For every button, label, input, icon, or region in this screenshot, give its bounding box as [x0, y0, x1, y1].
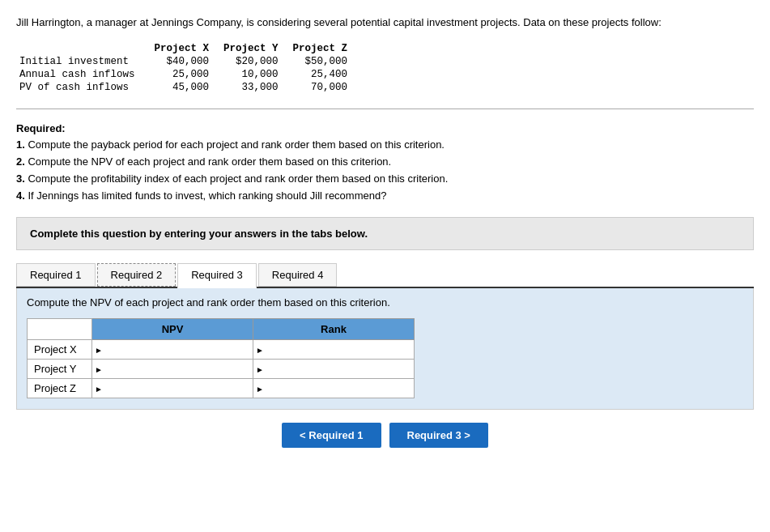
rank-input-y[interactable]: [260, 363, 407, 375]
rank-input-cell-y[interactable]: ►: [253, 360, 415, 379]
row-label-1: Initial investment: [16, 55, 151, 68]
table-row: Project Z ► ►: [28, 379, 415, 398]
req-item-3: 3. Compute the profitability index of ea…: [16, 171, 754, 188]
nav-buttons: < Required 1 Required 3 >: [16, 423, 754, 448]
col-header-x: Project X: [151, 42, 221, 55]
table-divider: [16, 109, 754, 109]
tab-required-2[interactable]: Required 2: [97, 263, 177, 287]
npv-input-cell-z[interactable]: ►: [92, 379, 253, 398]
intro-text: Jill Harrington, a manager at Jennings C…: [16, 15, 754, 31]
col-header-z: Project Z: [290, 42, 359, 55]
npv-input-cell-y[interactable]: ►: [92, 360, 253, 379]
rank-input-cell-x[interactable]: ►: [253, 340, 415, 360]
row-label-2: Annual cash inflows: [16, 68, 151, 81]
npv-table: NPV Rank Project X ► ► Pro: [27, 318, 415, 398]
tabs-container: Required 1 Required 2 Required 3 Require…: [16, 263, 754, 288]
rank-input-x[interactable]: [260, 343, 407, 355]
req-item-1: 1. Compute the payback period for each p…: [16, 137, 754, 154]
row3-z: 70,000: [290, 81, 359, 94]
row1-y: $20,000: [220, 55, 290, 68]
req-item-2: 2. Compute the NPV of each project and r…: [16, 154, 754, 171]
tab-required-4[interactable]: Required 4: [258, 263, 338, 287]
prev-button[interactable]: < Required 1: [282, 423, 381, 448]
npv-input-y[interactable]: [99, 363, 246, 375]
col-header-y: Project Y: [220, 42, 290, 55]
row-label-3: PV of cash inflows: [16, 81, 151, 94]
table-row: Project X ► ►: [28, 340, 415, 360]
tab-instruction: Compute the NPV of each project and rank…: [27, 296, 743, 309]
req-item-4: 4. If Jennings has limited funds to inve…: [16, 188, 754, 205]
npv-header-npv: NPV: [92, 319, 253, 340]
required-section: Required: 1. Compute the payback period …: [16, 121, 754, 205]
row2-y: 10,000: [220, 68, 290, 81]
complete-box: Complete this question by entering your …: [16, 217, 754, 250]
row-label-project-z: Project Z: [28, 379, 92, 398]
row-label-project-y: Project Y: [28, 360, 92, 379]
npv-input-x[interactable]: [99, 343, 246, 355]
tab-required-3[interactable]: Required 3: [177, 263, 257, 288]
npv-input-z[interactable]: [99, 382, 246, 394]
row3-x: 45,000: [151, 81, 221, 94]
arrow-icon-x: ►: [95, 345, 103, 354]
required-label: Required:: [16, 122, 66, 134]
arrow-icon-y: ►: [95, 364, 103, 373]
row-label-project-x: Project X: [28, 340, 92, 360]
table-row: Project Y ► ►: [28, 360, 415, 379]
arrow-icon-rank-z: ►: [256, 384, 264, 393]
arrow-icon-rank-x: ►: [256, 345, 264, 354]
npv-table-wrapper: NPV Rank Project X ► ► Pro: [27, 309, 415, 398]
arrow-icon-rank-y: ►: [256, 364, 264, 373]
row3-y: 33,000: [220, 81, 290, 94]
tab-required-1[interactable]: Required 1: [16, 263, 96, 287]
npv-empty-header: [28, 319, 92, 340]
arrow-icon-z: ►: [95, 384, 103, 393]
next-button[interactable]: Required 3 >: [389, 423, 488, 448]
rank-input-z[interactable]: [260, 382, 407, 394]
row1-z: $50,000: [290, 55, 359, 68]
row1-x: $40,000: [151, 55, 221, 68]
rank-input-cell-z[interactable]: ►: [253, 379, 415, 398]
tab-content: Compute the NPV of each project and rank…: [16, 288, 754, 410]
row2-z: 25,400: [290, 68, 359, 81]
npv-header-rank: Rank: [253, 319, 415, 340]
row2-x: 25,000: [151, 68, 221, 81]
data-table: Project X Project Y Project Z Initial in…: [16, 42, 359, 94]
npv-input-cell-x[interactable]: ►: [92, 340, 253, 360]
